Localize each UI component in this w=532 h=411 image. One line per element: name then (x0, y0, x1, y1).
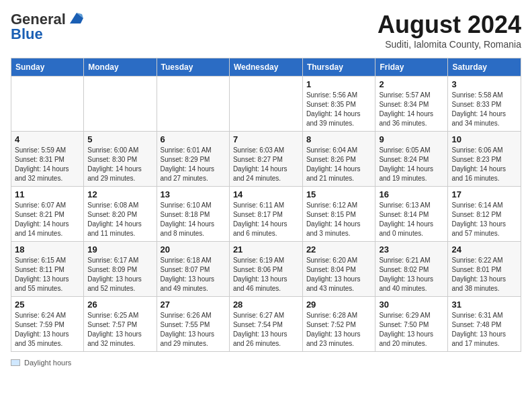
day-info: Sunrise: 6:18 AM Sunset: 8:07 PM Dayligh… (161, 256, 226, 293)
day-number: 26 (87, 300, 152, 310)
day-number: 12 (87, 189, 152, 199)
calendar-week-row: 25Sunrise: 6:24 AM Sunset: 7:59 PM Dayli… (11, 297, 521, 352)
calendar-cell: 18Sunrise: 6:15 AM Sunset: 8:11 PM Dayli… (11, 242, 84, 297)
calendar-cell: 12Sunrise: 6:08 AM Sunset: 8:20 PM Dayli… (84, 187, 157, 242)
calendar-cell: 11Sunrise: 6:07 AM Sunset: 8:21 PM Dayli… (11, 187, 84, 242)
calendar-cell (84, 77, 157, 132)
day-number: 2 (379, 79, 444, 89)
calendar-header-row: SundayMondayTuesdayWednesdayThursdayFrid… (11, 58, 521, 77)
calendar-cell: 30Sunrise: 6:29 AM Sunset: 7:50 PM Dayli… (375, 297, 448, 352)
day-info: Sunrise: 6:05 AM Sunset: 8:24 PM Dayligh… (379, 146, 444, 183)
day-info: Sunrise: 6:24 AM Sunset: 7:59 PM Dayligh… (15, 311, 80, 349)
calendar-cell: 31Sunrise: 6:31 AM Sunset: 7:48 PM Dayli… (448, 297, 521, 352)
calendar-cell (11, 77, 84, 132)
day-number: 15 (306, 189, 372, 199)
day-info: Sunrise: 6:01 AM Sunset: 8:29 PM Dayligh… (161, 146, 226, 183)
day-number: 30 (379, 300, 444, 310)
day-number: 8 (306, 134, 372, 144)
calendar-day-header: Sunday (11, 58, 84, 77)
calendar-cell: 17Sunrise: 6:14 AM Sunset: 8:12 PM Dayli… (448, 187, 521, 242)
day-info: Sunrise: 6:14 AM Sunset: 8:12 PM Dayligh… (451, 201, 517, 238)
day-info: Sunrise: 6:08 AM Sunset: 8:20 PM Dayligh… (87, 201, 152, 238)
day-number: 22 (306, 244, 372, 255)
calendar-cell: 16Sunrise: 6:13 AM Sunset: 8:14 PM Dayli… (375, 187, 448, 242)
daylight-legend-box (11, 359, 20, 366)
calendar-cell: 1Sunrise: 5:56 AM Sunset: 8:35 PM Daylig… (302, 77, 375, 132)
day-number: 10 (451, 134, 517, 144)
day-info: Sunrise: 6:21 AM Sunset: 8:02 PM Dayligh… (379, 256, 444, 293)
day-number: 18 (15, 244, 80, 255)
day-info: Sunrise: 6:25 AM Sunset: 7:57 PM Dayligh… (87, 311, 152, 349)
calendar-cell: 8Sunrise: 6:04 AM Sunset: 8:26 PM Daylig… (302, 132, 375, 187)
calendar-week-row: 11Sunrise: 6:07 AM Sunset: 8:21 PM Dayli… (11, 187, 521, 242)
day-number: 11 (15, 189, 80, 199)
location: Suditi, Ialomita County, Romania (378, 39, 521, 50)
calendar-cell: 24Sunrise: 6:22 AM Sunset: 8:01 PM Dayli… (448, 242, 521, 297)
day-info: Sunrise: 6:27 AM Sunset: 7:54 PM Dayligh… (233, 311, 299, 349)
month-year: August 2024 (378, 11, 521, 39)
day-info: Sunrise: 5:59 AM Sunset: 8:31 PM Dayligh… (15, 146, 80, 183)
day-number: 14 (233, 189, 299, 199)
day-info: Sunrise: 6:28 AM Sunset: 7:52 PM Dayligh… (306, 311, 372, 349)
calendar-cell: 7Sunrise: 6:03 AM Sunset: 8:27 PM Daylig… (229, 132, 302, 187)
calendar-table: SundayMondayTuesdayWednesdayThursdayFrid… (11, 58, 521, 352)
calendar-week-row: 4Sunrise: 5:59 AM Sunset: 8:31 PM Daylig… (11, 132, 521, 187)
day-info: Sunrise: 6:20 AM Sunset: 8:04 PM Dayligh… (306, 256, 372, 293)
day-info: Sunrise: 6:04 AM Sunset: 8:26 PM Dayligh… (306, 146, 372, 183)
logo: General Blue (11, 11, 83, 43)
calendar-cell: 28Sunrise: 6:27 AM Sunset: 7:54 PM Dayli… (229, 297, 302, 352)
day-number: 6 (161, 134, 226, 144)
calendar-day-header: Tuesday (157, 58, 229, 77)
calendar-cell: 22Sunrise: 6:20 AM Sunset: 8:04 PM Dayli… (302, 242, 375, 297)
day-number: 5 (87, 134, 152, 144)
calendar-week-row: 18Sunrise: 6:15 AM Sunset: 8:11 PM Dayli… (11, 242, 521, 297)
calendar-cell: 6Sunrise: 6:01 AM Sunset: 8:29 PM Daylig… (157, 132, 229, 187)
logo-icon (67, 11, 83, 26)
day-number: 23 (379, 244, 444, 255)
day-info: Sunrise: 6:13 AM Sunset: 8:14 PM Dayligh… (379, 201, 444, 238)
calendar-cell: 14Sunrise: 6:11 AM Sunset: 8:17 PM Dayli… (229, 187, 302, 242)
calendar-cell: 9Sunrise: 6:05 AM Sunset: 8:24 PM Daylig… (375, 132, 448, 187)
day-number: 17 (451, 189, 517, 199)
calendar-cell: 4Sunrise: 5:59 AM Sunset: 8:31 PM Daylig… (11, 132, 84, 187)
calendar-cell: 27Sunrise: 6:26 AM Sunset: 7:55 PM Dayli… (157, 297, 229, 352)
day-number: 3 (451, 79, 517, 89)
footer: Daylight hours (11, 359, 521, 367)
logo-blue: Blue (11, 26, 43, 43)
day-number: 29 (306, 300, 372, 310)
day-info: Sunrise: 6:26 AM Sunset: 7:55 PM Dayligh… (161, 311, 226, 349)
day-info: Sunrise: 5:57 AM Sunset: 8:34 PM Dayligh… (379, 91, 444, 128)
day-number: 19 (87, 244, 152, 255)
calendar-cell: 2Sunrise: 5:57 AM Sunset: 8:34 PM Daylig… (375, 77, 448, 132)
calendar-cell: 21Sunrise: 6:19 AM Sunset: 8:06 PM Dayli… (229, 242, 302, 297)
calendar-cell (157, 77, 229, 132)
calendar-day-header: Friday (375, 58, 448, 77)
calendar-day-header: Thursday (302, 58, 375, 77)
calendar-cell: 15Sunrise: 6:12 AM Sunset: 8:15 PM Dayli… (302, 187, 375, 242)
calendar-cell: 5Sunrise: 6:00 AM Sunset: 8:30 PM Daylig… (84, 132, 157, 187)
day-info: Sunrise: 5:58 AM Sunset: 8:33 PM Dayligh… (451, 91, 517, 128)
day-number: 24 (451, 244, 517, 255)
calendar-cell: 20Sunrise: 6:18 AM Sunset: 8:07 PM Dayli… (157, 242, 229, 297)
day-info: Sunrise: 6:07 AM Sunset: 8:21 PM Dayligh… (15, 201, 80, 238)
day-number: 9 (379, 134, 444, 144)
day-info: Sunrise: 6:29 AM Sunset: 7:50 PM Dayligh… (379, 311, 444, 349)
calendar-cell: 29Sunrise: 6:28 AM Sunset: 7:52 PM Dayli… (302, 297, 375, 352)
day-info: Sunrise: 6:00 AM Sunset: 8:30 PM Dayligh… (87, 146, 152, 183)
day-info: Sunrise: 6:17 AM Sunset: 8:09 PM Dayligh… (87, 256, 152, 293)
day-info: Sunrise: 6:03 AM Sunset: 8:27 PM Dayligh… (233, 146, 299, 183)
calendar-cell (229, 77, 302, 132)
day-number: 28 (233, 300, 299, 310)
calendar-day-header: Saturday (448, 58, 521, 77)
day-number: 1 (306, 79, 372, 89)
calendar-day-header: Monday (84, 58, 157, 77)
calendar-day-header: Wednesday (229, 58, 302, 77)
calendar-cell: 13Sunrise: 6:10 AM Sunset: 8:18 PM Dayli… (157, 187, 229, 242)
calendar-cell: 25Sunrise: 6:24 AM Sunset: 7:59 PM Dayli… (11, 297, 84, 352)
page-header: General Blue August 2024 Suditi, Ialomit… (11, 11, 521, 50)
day-info: Sunrise: 6:11 AM Sunset: 8:17 PM Dayligh… (233, 201, 299, 238)
day-info: Sunrise: 6:06 AM Sunset: 8:23 PM Dayligh… (451, 146, 517, 183)
daylight-label: Daylight hours (24, 359, 71, 367)
day-info: Sunrise: 6:10 AM Sunset: 8:18 PM Dayligh… (161, 201, 226, 238)
day-info: Sunrise: 6:31 AM Sunset: 7:48 PM Dayligh… (451, 311, 517, 349)
